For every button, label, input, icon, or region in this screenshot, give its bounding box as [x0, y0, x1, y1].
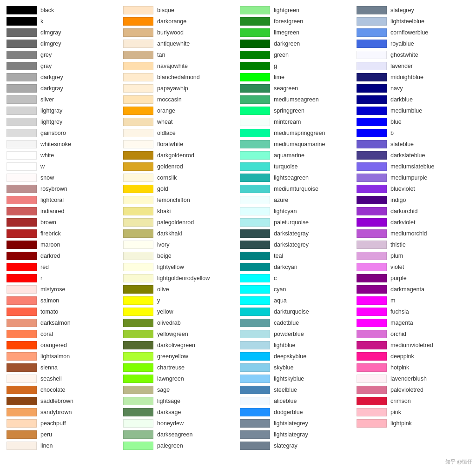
- color-swatch: [240, 107, 270, 115]
- color-name: maroon: [40, 241, 60, 248]
- color-swatch: [123, 296, 153, 305]
- color-swatch: [7, 341, 37, 349]
- color-row: cornsilk: [121, 172, 238, 183]
- color-row: lightcyan: [238, 206, 355, 217]
- color-row: aliceblue: [238, 395, 355, 407]
- color-swatch: [357, 386, 387, 394]
- color-row: khaki: [121, 206, 238, 217]
- color-name: darkseagreen: [157, 431, 192, 438]
- color-name: thistle: [390, 241, 406, 248]
- color-name: lightslategray: [274, 431, 308, 438]
- color-swatch: [7, 40, 37, 48]
- color-row: lightyellow: [121, 261, 238, 273]
- color-swatch: [357, 6, 387, 14]
- color-row: lightslategrey: [238, 418, 355, 429]
- color-row: limegreen: [238, 27, 355, 38]
- color-row: seagreen: [238, 83, 355, 94]
- color-swatch: [240, 229, 270, 238]
- color-swatch: [240, 285, 270, 294]
- color-row: pink: [355, 407, 471, 418]
- color-swatch: [240, 51, 270, 59]
- color-row: gray: [5, 60, 121, 72]
- color-name: lime: [274, 74, 284, 80]
- color-name: beige: [157, 253, 172, 259]
- color-name: honeydew: [157, 420, 184, 427]
- color-row: lightskyblue: [238, 373, 355, 384]
- color-swatch: [7, 118, 37, 126]
- color-row: ivory: [121, 239, 238, 250]
- color-name: violet: [390, 264, 404, 270]
- color-swatch: [7, 430, 37, 439]
- color-name: rosybrown: [40, 186, 67, 192]
- color-name: slategrey: [390, 7, 414, 13]
- color-name: tan: [157, 52, 165, 58]
- color-name: peachpuff: [40, 420, 66, 427]
- color-swatch: [7, 84, 37, 93]
- color-name: paleturquoise: [274, 219, 309, 226]
- color-name: white: [40, 152, 54, 159]
- color-row: lightsalmon: [5, 351, 121, 362]
- color-swatch: [240, 84, 270, 93]
- color-row: paleturquoise: [238, 217, 355, 228]
- color-name: mediumvioletred: [390, 342, 433, 348]
- color-name: springgreen: [274, 107, 304, 114]
- color-swatch: [240, 375, 270, 383]
- color-name: dodgerblue: [274, 409, 303, 415]
- color-swatch: [123, 207, 153, 215]
- color-row: lightpink: [355, 418, 471, 429]
- color-name: navy: [390, 85, 403, 92]
- color-swatch: [240, 162, 270, 171]
- color-swatch: [7, 442, 37, 450]
- color-row: dimgray: [5, 27, 121, 38]
- color-name: darkblue: [390, 96, 413, 103]
- color-row: tan: [121, 49, 238, 60]
- color-row: r: [5, 273, 121, 284]
- color-row: darkturquoise: [238, 306, 355, 317]
- color-name: aliceblue: [274, 398, 297, 404]
- color-name: palevioletred: [390, 387, 423, 393]
- color-row: g: [238, 60, 355, 72]
- color-name: yellowgreen: [157, 331, 188, 337]
- color-name: goldenrod: [157, 163, 183, 170]
- color-name: chartreuse: [157, 364, 185, 371]
- color-name: lawngreen: [157, 375, 184, 382]
- color-swatch: [357, 118, 387, 126]
- color-row: silver: [5, 94, 121, 105]
- color-name: firebrick: [40, 230, 61, 237]
- color-row: y: [121, 295, 238, 306]
- color-name: yellow: [157, 308, 173, 315]
- color-swatch: [123, 107, 153, 115]
- color-swatch: [123, 62, 153, 70]
- color-swatch: [123, 442, 153, 450]
- column-0: blackkdimgraydimgreygreygraydarkgreydark…: [5, 5, 121, 451]
- color-swatch: [240, 218, 270, 227]
- color-name: mediumaquamarine: [274, 141, 325, 147]
- color-swatch: [240, 140, 270, 148]
- color-name: lightseagreen: [274, 174, 309, 181]
- color-name: darkturquoise: [274, 308, 309, 315]
- color-row: papayawhip: [121, 83, 238, 94]
- color-swatch: [123, 40, 153, 48]
- color-name: m: [390, 297, 395, 304]
- color-swatch: [123, 118, 153, 126]
- color-row: darkred: [5, 250, 121, 261]
- color-row: darkgrey: [5, 72, 121, 83]
- color-swatch: [240, 330, 270, 338]
- color-name: darkslategrey: [274, 241, 309, 248]
- color-name: darkgoldenrod: [157, 152, 194, 159]
- color-swatch: [240, 386, 270, 394]
- color-swatch: [7, 62, 37, 70]
- color-name: mediumpurple: [390, 174, 427, 181]
- color-row: darksage: [121, 407, 238, 418]
- color-swatch: [7, 185, 37, 193]
- color-row: orange: [121, 105, 238, 116]
- color-name: lightcyan: [274, 208, 297, 214]
- color-swatch: [357, 62, 387, 70]
- color-swatch: [240, 62, 270, 70]
- color-name: darkslateblue: [390, 152, 425, 159]
- color-name: r: [40, 275, 42, 281]
- color-swatch: [240, 408, 270, 416]
- color-swatch: [123, 274, 153, 282]
- color-name: hotpink: [390, 364, 409, 371]
- color-row: moccasin: [121, 94, 238, 105]
